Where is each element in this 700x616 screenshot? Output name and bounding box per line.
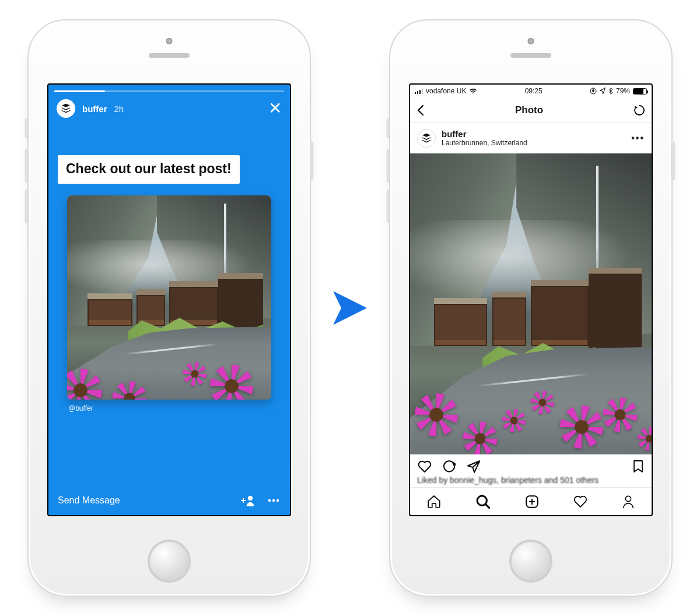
- volume-down-button: [387, 190, 390, 222]
- volume-down-button: [25, 190, 28, 222]
- tab-activity-icon[interactable]: [573, 494, 588, 509]
- story-avatar[interactable]: [57, 99, 75, 118]
- bookmark-icon[interactable]: [632, 459, 645, 474]
- story-header: buffer 2h ✕: [48, 92, 290, 123]
- phone-camera: [166, 38, 173, 44]
- tab-profile-icon[interactable]: [621, 494, 635, 509]
- phone-right: vodafone UK 09:25: [389, 19, 673, 597]
- story-footer: Send Message: [48, 486, 290, 515]
- instagram-feed: vodafone UK 09:25: [410, 85, 652, 515]
- home-button[interactable]: [509, 540, 552, 583]
- story-username[interactable]: buffer: [82, 104, 107, 114]
- close-icon[interactable]: ✕: [268, 100, 282, 117]
- tab-bar: [410, 487, 652, 515]
- status-bar: vodafone UK 09:25: [410, 85, 652, 97]
- carrier-label: vodafone UK: [426, 87, 466, 95]
- send-message-button[interactable]: Send Message: [58, 495, 120, 506]
- svg-point-2: [248, 496, 253, 501]
- svg-point-5: [276, 499, 279, 502]
- orientation-lock-icon: [590, 88, 597, 94]
- svg-line-9: [486, 504, 489, 508]
- story-attribution[interactable]: @buffer: [68, 404, 270, 412]
- post-location[interactable]: Lauterbrunnen, Switzerland: [442, 139, 527, 147]
- add-friend-icon[interactable]: [239, 494, 255, 507]
- svg-point-13: [625, 496, 631, 501]
- story-cta-sticker: Check out our latest post!: [58, 155, 240, 184]
- phone-camera: [528, 38, 534, 44]
- phone-speaker: [510, 53, 551, 58]
- refresh-icon[interactable]: [633, 104, 646, 117]
- buffer-logo-icon: [60, 103, 72, 114]
- share-icon[interactable]: [466, 459, 481, 474]
- mute-switch: [25, 118, 28, 137]
- battery-icon: [633, 88, 647, 94]
- phone-speaker: [149, 53, 190, 58]
- post-photo[interactable]: [410, 153, 652, 454]
- likes-line[interactable]: Liked by bonnie_hugs, brianpeters and 50…: [410, 475, 652, 487]
- bluetooth-icon: [608, 88, 613, 94]
- post-avatar[interactable]: [417, 129, 436, 148]
- comment-icon[interactable]: [442, 459, 457, 474]
- volume-up-button: [25, 149, 28, 181]
- mute-switch: [387, 118, 390, 137]
- power-button: [310, 142, 313, 179]
- signal-icon: [415, 88, 423, 94]
- instagram-story[interactable]: buffer 2h ✕ Check out our latest post! @…: [48, 85, 290, 515]
- volume-up-button: [387, 149, 390, 181]
- post-username[interactable]: buffer: [442, 130, 527, 139]
- power-button: [672, 142, 675, 179]
- nav-title: Photo: [515, 104, 543, 116]
- home-button[interactable]: [148, 540, 191, 583]
- svg-point-3: [268, 499, 271, 502]
- location-services-icon: [600, 88, 606, 94]
- back-icon[interactable]: [416, 104, 425, 116]
- phone-left: buffer 2h ✕ Check out our latest post! @…: [27, 19, 311, 597]
- phone-right-screen: vodafone UK 09:25: [409, 83, 653, 516]
- phone-left-screen: buffer 2h ✕ Check out our latest post! @…: [47, 83, 291, 516]
- tab-home-icon[interactable]: [426, 494, 442, 509]
- battery-pct: 79%: [616, 87, 630, 95]
- post-more-icon[interactable]: •••: [631, 133, 645, 144]
- buffer-logo-icon: [421, 132, 432, 144]
- tab-new-post-icon[interactable]: [524, 494, 540, 509]
- more-icon[interactable]: [267, 494, 281, 507]
- svg-point-4: [272, 499, 275, 502]
- status-time: 09:25: [525, 87, 542, 95]
- story-post-preview[interactable]: [67, 195, 271, 400]
- post-photo-preview: [67, 195, 271, 400]
- tab-search-icon[interactable]: [475, 494, 491, 510]
- post-action-row: [410, 454, 652, 475]
- nav-bar: Photo: [410, 97, 652, 123]
- arrow-icon: [331, 288, 369, 328]
- wifi-icon: [469, 88, 477, 94]
- like-icon[interactable]: [417, 459, 432, 474]
- story-timestamp: 2h: [114, 104, 124, 114]
- post-header: buffer Lauterbrunnen, Switzerland •••: [410, 123, 652, 153]
- story-progress: [54, 90, 284, 92]
- svg-rect-7: [592, 90, 594, 92]
